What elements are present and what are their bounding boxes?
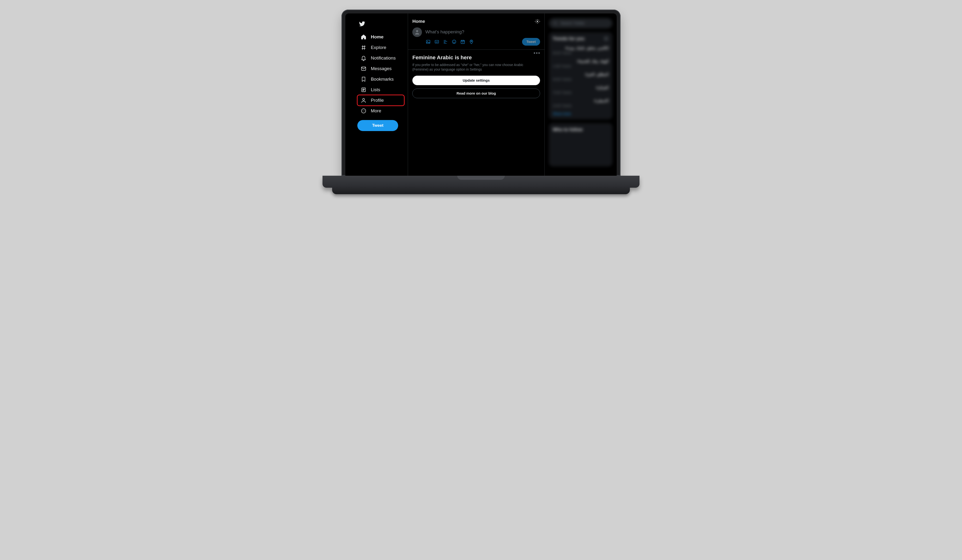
timeline-header: Home bbox=[408, 15, 544, 26]
sidebar-item-label: Home bbox=[371, 34, 384, 40]
schedule-icon[interactable] bbox=[460, 39, 465, 44]
trend-title: #الاسطى bbox=[553, 99, 609, 103]
sidebar-item-label: More bbox=[371, 108, 381, 114]
svg-point-1 bbox=[554, 22, 557, 24]
sidebar-item-label: Bookmarks bbox=[371, 77, 394, 82]
trend-item[interactable]: #المطلق_الخير48.9K Tweets bbox=[553, 70, 609, 83]
promo-body: If you prefer to be addressed as "she" o… bbox=[412, 63, 530, 72]
svg-point-0 bbox=[416, 30, 418, 32]
mail-icon bbox=[361, 66, 366, 72]
trend-item[interactable]: #الهيئة_بيتك_للتعمية4,380 Tweets bbox=[553, 57, 609, 70]
trend-count: 48.9K Tweets bbox=[553, 77, 609, 81]
search-placeholder: Search Twitter bbox=[560, 21, 585, 26]
promo-title: Feminine Arabic is here bbox=[412, 55, 540, 61]
gif-icon[interactable] bbox=[434, 39, 439, 44]
twitter-app: HomeExploreNotificationsMessagesBookmark… bbox=[345, 13, 617, 176]
update-settings-button[interactable]: Update settings bbox=[412, 76, 540, 85]
search-input[interactable]: Search Twitter bbox=[549, 18, 612, 28]
laptop-foot bbox=[332, 188, 630, 194]
screen: HomeExploreNotificationsMessagesBookmark… bbox=[345, 13, 617, 176]
laptop-base bbox=[323, 176, 639, 188]
page-title: Home bbox=[412, 19, 425, 24]
promo-card: ••• Feminine Arabic is here If you prefe… bbox=[408, 50, 544, 103]
user-icon bbox=[361, 97, 366, 103]
sidebar-item-label: Explore bbox=[371, 45, 386, 50]
compose-tweet-button[interactable]: Tweet bbox=[522, 38, 540, 46]
gear-icon[interactable] bbox=[604, 36, 609, 41]
user-avatar[interactable] bbox=[412, 27, 422, 37]
trend-title: #الجزائر bbox=[553, 85, 609, 90]
list-icon bbox=[361, 87, 366, 93]
right-rail: Search Twitter Trends for you #اتاكسي_يح… bbox=[545, 13, 617, 176]
trend-count: 4,380 Tweets bbox=[553, 64, 609, 68]
top-tweets-sparkle-icon[interactable] bbox=[535, 19, 540, 24]
who-to-follow-title: Who to follow bbox=[553, 127, 583, 132]
show-more-link[interactable]: Show more bbox=[553, 110, 571, 116]
trend-count: 98.9K Tweets bbox=[553, 51, 609, 55]
sidebar-item-lists[interactable]: Lists bbox=[357, 84, 384, 95]
trend-count: 79.9K Tweets bbox=[553, 91, 609, 94]
main-timeline: Home What's happening? bbox=[408, 13, 545, 176]
poll-icon[interactable] bbox=[443, 39, 448, 44]
trend-item[interactable]: #الاسطى16.9K Tweets bbox=[553, 97, 609, 110]
sidebar-item-label: Messages bbox=[371, 66, 392, 71]
sidebar-item-notifications[interactable]: Notifications bbox=[357, 53, 399, 63]
image-icon[interactable] bbox=[426, 39, 431, 44]
sidebar-item-more[interactable]: More bbox=[357, 106, 384, 116]
compose-tweet: What's happening? Tweet bbox=[408, 26, 544, 48]
compose-input[interactable]: What's happening? bbox=[425, 27, 540, 35]
location-icon[interactable] bbox=[469, 39, 474, 44]
trend-title: #المطلق_الخير bbox=[553, 72, 609, 77]
dots-icon bbox=[361, 108, 366, 114]
sidebar: HomeExploreNotificationsMessagesBookmark… bbox=[345, 13, 408, 176]
who-to-follow-panel: Who to follow bbox=[549, 123, 612, 166]
hash-icon bbox=[361, 45, 366, 50]
home-icon bbox=[361, 34, 366, 40]
trend-title: #الهيئة_بيتك_للتعمية bbox=[553, 59, 609, 63]
sidebar-item-label: Profile bbox=[371, 98, 384, 103]
sidebar-item-bookmarks[interactable]: Bookmarks bbox=[357, 74, 397, 84]
sidebar-item-profile[interactable]: Profile bbox=[357, 95, 404, 106]
sidebar-item-explore[interactable]: Explore bbox=[357, 42, 389, 53]
laptop-device-frame: HomeExploreNotificationsMessagesBookmark… bbox=[323, 10, 639, 194]
sidebar-item-label: Notifications bbox=[371, 55, 396, 61]
trends-panel: Trends for you #اتاكسي_يحقق_حلمك_ببيت98.… bbox=[549, 32, 612, 119]
trend-count: 16.9K Tweets bbox=[553, 104, 609, 108]
trend-title: #اتاكسي_يحقق_حلمك_ببيت bbox=[553, 46, 609, 50]
bell-icon bbox=[361, 55, 366, 61]
sidebar-item-messages[interactable]: Messages bbox=[357, 63, 395, 74]
svg-point-2 bbox=[605, 38, 607, 39]
read-more-blog-button[interactable]: Read more on our blog bbox=[412, 89, 540, 98]
laptop-lid: HomeExploreNotificationsMessagesBookmark… bbox=[342, 10, 620, 176]
sidebar-item-home[interactable]: Home bbox=[357, 32, 387, 42]
bookmark-icon bbox=[361, 76, 366, 82]
twitter-logo-icon[interactable] bbox=[359, 21, 365, 27]
sidebar-item-label: Lists bbox=[371, 87, 380, 92]
sidebar-tweet-button[interactable]: Tweet bbox=[357, 120, 398, 131]
trends-title: Trends for you bbox=[553, 36, 584, 41]
trend-item[interactable]: #اتاكسي_يحقق_حلمك_ببيت98.9K Tweets bbox=[553, 44, 609, 57]
emoji-icon[interactable] bbox=[452, 39, 457, 44]
search-icon bbox=[553, 21, 558, 26]
trend-item[interactable]: #الجزائر79.9K Tweets bbox=[553, 83, 609, 97]
